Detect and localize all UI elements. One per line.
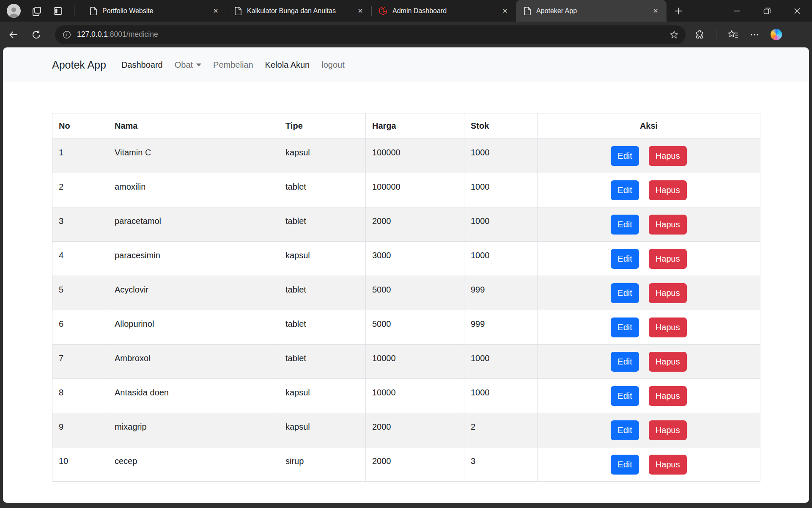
edit-button[interactable]: Edit xyxy=(611,146,639,166)
header-aksi: Aksi xyxy=(538,113,760,139)
hapus-button[interactable]: Hapus xyxy=(649,180,687,200)
browser-toolbar: 127.0.0.1:8001/medicine xyxy=(0,22,812,47)
cell-tipe: tablet xyxy=(279,173,366,207)
tab-title: Portfolio Website xyxy=(102,7,206,15)
tab-portfolio-website[interactable]: Portfolio Website ✕ xyxy=(82,0,227,22)
table-row: 9 mixagrip kapsul 2000 2 Edit Hapus xyxy=(52,413,760,447)
table-row: 8 Antasida doen kapsul 10000 1000 Edit H… xyxy=(52,379,760,413)
tab-close-icon[interactable]: ✕ xyxy=(355,6,365,16)
edit-button[interactable]: Edit xyxy=(611,249,639,269)
header-tipe: Tipe xyxy=(279,113,366,139)
favorites-bar-icon[interactable] xyxy=(727,30,738,40)
hapus-button[interactable]: Hapus xyxy=(649,146,687,166)
back-button[interactable] xyxy=(4,25,23,44)
close-window-button[interactable] xyxy=(782,0,812,22)
nav-obat-dropdown[interactable]: Obat xyxy=(169,60,207,70)
tab-apoteker-app[interactable]: Apoteker App ✕ xyxy=(516,0,667,22)
cell-stok: 2 xyxy=(464,413,538,447)
settings-more-icon[interactable] xyxy=(749,30,760,40)
site-info-icon[interactable] xyxy=(63,30,71,39)
cell-no: 7 xyxy=(52,345,108,379)
divider xyxy=(74,6,74,17)
header-nama: Nama xyxy=(108,113,279,139)
header-stok: Stok xyxy=(464,113,538,139)
new-tab-button[interactable] xyxy=(670,3,687,19)
nav-kelola-akun[interactable]: Kelola Akun xyxy=(259,60,316,70)
edit-button[interactable]: Edit xyxy=(611,386,639,406)
header-harga: Harga xyxy=(366,113,464,139)
workspaces-icon[interactable] xyxy=(32,6,42,16)
nav-dashboard[interactable]: Dashboard xyxy=(115,60,169,70)
cell-no: 6 xyxy=(52,310,108,345)
tab-close-icon[interactable]: ✕ xyxy=(650,6,661,16)
cell-tipe: kapsul xyxy=(279,139,366,173)
profile-avatar[interactable] xyxy=(7,4,21,18)
cell-aksi: Edit Hapus xyxy=(538,242,760,276)
edit-button[interactable]: Edit xyxy=(611,455,639,475)
cell-no: 2 xyxy=(52,173,108,207)
table-row: 4 paracesimin kapsul 3000 1000 Edit Hapu… xyxy=(52,242,760,276)
cell-aksi: Edit Hapus xyxy=(538,413,760,447)
edit-button[interactable]: Edit xyxy=(611,318,639,337)
cell-harga: 2000 xyxy=(366,207,464,242)
cell-stok: 999 xyxy=(464,310,538,345)
browser-titlebar: Portfolio Website ✕ Kalkulator Bunga dan… xyxy=(0,0,812,22)
hapus-button[interactable]: Hapus xyxy=(649,283,687,303)
hapus-button[interactable]: Hapus xyxy=(649,455,687,475)
laravel-icon xyxy=(379,7,387,15)
cell-tipe: tablet xyxy=(279,310,366,345)
nav-logout[interactable]: logout xyxy=(315,60,351,70)
refresh-button[interactable] xyxy=(27,25,46,44)
tab-close-icon[interactable]: ✕ xyxy=(211,6,221,16)
url-host: 127.0.0.1 xyxy=(77,30,108,39)
minimize-button[interactable] xyxy=(722,0,752,22)
cell-no: 5 xyxy=(52,276,108,310)
nav-links: Dashboard Obat Pembelian Kelola Akun log… xyxy=(115,60,351,70)
hapus-button[interactable]: Hapus xyxy=(649,386,687,406)
brand-apotek-app[interactable]: Apotek App xyxy=(52,59,106,71)
nav-pembelian[interactable]: Pembelian xyxy=(207,60,259,70)
cell-harga: 10000 xyxy=(366,345,464,379)
chevron-down-icon xyxy=(196,64,201,66)
copilot-icon[interactable] xyxy=(771,29,782,40)
tab-actions-icon[interactable] xyxy=(53,6,63,16)
edit-button[interactable]: Edit xyxy=(611,180,639,200)
cell-aksi: Edit Hapus xyxy=(538,139,760,173)
medicine-table: No Nama Tipe Harga Stok Aksi 1 Vitamin C… xyxy=(52,113,760,482)
divider xyxy=(716,29,716,40)
edit-button[interactable]: Edit xyxy=(611,420,639,440)
hapus-button[interactable]: Hapus xyxy=(649,249,687,269)
cell-stok: 999 xyxy=(464,276,538,310)
address-bar[interactable]: 127.0.0.1:8001/medicine xyxy=(55,25,686,44)
hapus-button[interactable]: Hapus xyxy=(649,352,687,372)
cell-nama: paracetamol xyxy=(108,207,279,242)
cell-harga: 3000 xyxy=(366,242,464,276)
edit-button[interactable]: Edit xyxy=(611,352,639,372)
hapus-button[interactable]: Hapus xyxy=(649,215,687,235)
cell-aksi: Edit Hapus xyxy=(538,173,760,207)
tab-title: Apoteker App xyxy=(536,7,645,15)
tab-close-icon[interactable]: ✕ xyxy=(500,6,510,16)
tab-kalkulator[interactable]: Kalkulator Bunga dan Anuitas ✕ xyxy=(227,0,371,22)
tab-admin-dashboard[interactable]: Admin Dashboard ✕ xyxy=(371,0,516,22)
edit-button[interactable]: Edit xyxy=(611,215,639,235)
cell-no: 1 xyxy=(52,139,108,173)
restore-button[interactable] xyxy=(752,0,782,22)
cell-stok: 1000 xyxy=(464,207,538,242)
extensions-icon[interactable] xyxy=(695,30,705,40)
cell-aksi: Edit Hapus xyxy=(538,345,760,379)
table-row: 2 amoxilin tablet 100000 1000 Edit Hapus xyxy=(52,173,760,207)
table-row: 6 Allopurinol tablet 5000 999 Edit Hapus xyxy=(52,310,760,345)
page-icon xyxy=(234,7,242,15)
cell-tipe: tablet xyxy=(279,345,366,379)
nav-obat-label: Obat xyxy=(175,60,193,70)
edit-button[interactable]: Edit xyxy=(611,283,639,303)
cell-nama: cecep xyxy=(108,447,279,482)
cell-no: 3 xyxy=(52,207,108,242)
cell-stok: 1000 xyxy=(464,173,538,207)
hapus-button[interactable]: Hapus xyxy=(649,318,687,337)
cell-tipe: kapsul xyxy=(279,413,366,447)
cell-nama: Allopurinol xyxy=(108,310,279,345)
favorite-star-icon[interactable] xyxy=(669,30,679,39)
hapus-button[interactable]: Hapus xyxy=(649,420,687,440)
